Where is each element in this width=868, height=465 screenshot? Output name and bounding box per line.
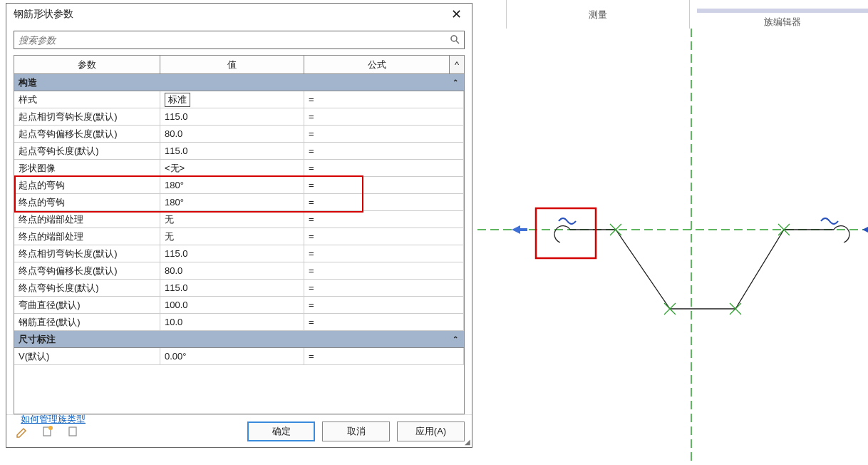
param-row[interactable]: 终点的端部处理无= bbox=[14, 211, 464, 228]
param-value[interactable]: 100.0 bbox=[160, 297, 304, 313]
ribbon-separator bbox=[689, 0, 690, 29]
search-bar bbox=[14, 31, 465, 49]
param-name: 起点弯钩偏移长度(默认) bbox=[14, 126, 160, 142]
param-value[interactable]: <无> bbox=[160, 160, 304, 176]
param-row[interactable]: V(默认)0.00°= bbox=[14, 348, 464, 365]
drawing-canvas[interactable] bbox=[477, 29, 868, 465]
param-name: V(默认) bbox=[14, 348, 160, 364]
header-param[interactable]: 参数 bbox=[14, 56, 160, 73]
param-value[interactable]: 标准 bbox=[160, 91, 304, 108]
param-value[interactable]: 80.0 bbox=[160, 262, 304, 279]
param-value[interactable]: 115.0 bbox=[160, 108, 304, 125]
header-formula[interactable]: 公式 bbox=[304, 56, 450, 73]
rebar-shape-params-dialog: 钢筋形状参数 ✕ 参数 值 公式 ^ 构造⌃样式标准=起点相切弯钩长度(默认)1… bbox=[6, 3, 472, 448]
param-name: 终点相切弯钩长度(默认) bbox=[14, 245, 160, 262]
param-name: 起点弯钩长度(默认) bbox=[14, 143, 160, 159]
param-formula[interactable]: = bbox=[304, 177, 464, 193]
ribbon-family-editor[interactable]: 族编辑器 bbox=[697, 0, 868, 29]
param-row[interactable]: 终点相切弯钩长度(默认)115.0= bbox=[14, 245, 464, 262]
param-value[interactable]: 无 bbox=[160, 228, 304, 245]
param-value[interactable]: 115.0 bbox=[160, 245, 304, 262]
param-formula[interactable]: = bbox=[304, 228, 464, 245]
param-formula[interactable]: = bbox=[304, 160, 464, 176]
grid-header: 参数 值 公式 ^ bbox=[14, 56, 464, 74]
svg-rect-3 bbox=[69, 427, 76, 436]
param-formula[interactable]: = bbox=[304, 348, 464, 364]
svg-point-0 bbox=[451, 36, 457, 41]
param-row[interactable]: 起点相切弯钩长度(默认)115.0= bbox=[14, 108, 464, 126]
param-formula[interactable]: = bbox=[304, 108, 464, 125]
param-row[interactable]: 钢筋直径(默认)10.0= bbox=[14, 314, 464, 331]
param-row[interactable]: 弯曲直径(默认)100.0= bbox=[14, 297, 464, 314]
param-row[interactable]: 起点弯钩长度(默认)115.0= bbox=[14, 143, 464, 160]
section-header[interactable]: 构造⌃ bbox=[14, 74, 464, 91]
header-scrollbar-spacer: ^ bbox=[450, 56, 464, 73]
dialog-buttons: 确定 取消 应用(A) bbox=[247, 421, 465, 441]
param-value[interactable]: 115.0 bbox=[160, 143, 304, 159]
ribbon-highlight bbox=[697, 9, 868, 13]
param-formula[interactable]: = bbox=[304, 280, 464, 296]
param-row[interactable]: 终点的端部处理无= bbox=[14, 228, 464, 245]
param-formula[interactable]: = bbox=[304, 126, 464, 142]
search-icon[interactable] bbox=[447, 31, 464, 48]
ribbon-measure[interactable]: 测量 bbox=[514, 0, 682, 29]
parameters-grid: 参数 值 公式 ^ 构造⌃样式标准=起点相切弯钩长度(默认)115.0=起点弯钩… bbox=[14, 55, 465, 414]
param-formula[interactable]: = bbox=[304, 245, 464, 262]
param-name: 钢筋直径(默认) bbox=[14, 314, 160, 330]
ribbon-separator bbox=[506, 0, 507, 29]
search-input[interactable] bbox=[14, 31, 447, 48]
header-value[interactable]: 值 bbox=[160, 56, 304, 73]
ribbon: 测量 族编辑器 bbox=[499, 0, 868, 29]
param-name: 弯曲直径(默认) bbox=[14, 297, 160, 313]
param-formula[interactable]: = bbox=[304, 314, 464, 330]
param-name: 终点弯钩长度(默认) bbox=[14, 280, 160, 296]
resize-grip[interactable]: ◢ bbox=[465, 438, 470, 446]
param-name: 起点相切弯钩长度(默认) bbox=[14, 108, 160, 125]
section-header[interactable]: 尺寸标注⌃ bbox=[14, 331, 464, 348]
param-row[interactable]: 起点弯钩偏移长度(默认)80.0= bbox=[14, 126, 464, 143]
param-value[interactable]: 80.0 bbox=[160, 126, 304, 142]
help-link[interactable]: 如何管理族类型 bbox=[21, 413, 86, 426]
param-row[interactable]: 终点的弯钩180°= bbox=[14, 194, 464, 211]
param-name: 起点的弯钩 bbox=[14, 177, 160, 193]
param-formula[interactable]: = bbox=[304, 297, 464, 313]
dialog-titlebar: 钢筋形状参数 ✕ bbox=[6, 4, 472, 28]
svg-rect-6 bbox=[536, 208, 596, 258]
close-button[interactable]: ✕ bbox=[448, 6, 465, 22]
param-name: 终点的端部处理 bbox=[14, 211, 160, 228]
dialog-footer: 如何管理族类型 确定 取消 应用(A) ◢ bbox=[6, 414, 472, 447]
param-name: 终点弯钩偏移长度(默认) bbox=[14, 262, 160, 279]
param-name: 终点的弯钩 bbox=[14, 194, 160, 210]
param-formula[interactable]: = bbox=[304, 262, 464, 279]
apply-button[interactable]: 应用(A) bbox=[397, 421, 465, 441]
param-value[interactable]: 115.0 bbox=[160, 280, 304, 296]
param-row[interactable]: 形状图像<无>= bbox=[14, 160, 464, 177]
param-row[interactable]: 终点弯钩长度(默认)115.0= bbox=[14, 280, 464, 297]
cancel-button[interactable]: 取消 bbox=[322, 421, 390, 441]
param-row[interactable]: 终点弯钩偏移长度(默认)80.0= bbox=[14, 262, 464, 280]
param-value[interactable]: 无 bbox=[160, 211, 304, 228]
param-name: 形状图像 bbox=[14, 160, 160, 176]
param-formula[interactable]: = bbox=[304, 91, 464, 108]
param-row[interactable]: 起点的弯钩180°= bbox=[14, 177, 464, 194]
grid-body[interactable]: 构造⌃样式标准=起点相切弯钩长度(默认)115.0=起点弯钩偏移长度(默认)80… bbox=[14, 74, 464, 414]
param-value[interactable]: 180° bbox=[160, 177, 304, 193]
svg-point-2 bbox=[48, 426, 53, 430]
param-formula[interactable]: = bbox=[304, 194, 464, 210]
param-value[interactable]: 10.0 bbox=[160, 314, 304, 330]
ok-button[interactable]: 确定 bbox=[247, 421, 315, 441]
param-formula[interactable]: = bbox=[304, 143, 464, 159]
param-row[interactable]: 样式标准= bbox=[14, 91, 464, 108]
param-name: 样式 bbox=[14, 91, 160, 108]
param-formula[interactable]: = bbox=[304, 211, 464, 228]
param-value[interactable]: 180° bbox=[160, 194, 304, 210]
param-name: 终点的端部处理 bbox=[14, 228, 160, 245]
param-value[interactable]: 0.00° bbox=[160, 348, 304, 364]
dialog-title: 钢筋形状参数 bbox=[14, 8, 73, 21]
